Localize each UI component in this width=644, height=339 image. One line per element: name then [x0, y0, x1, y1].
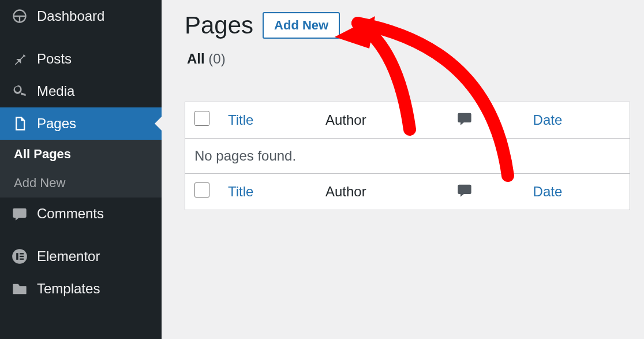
page-header: Pages Add New [185, 12, 630, 39]
filter-links: All (0) [187, 51, 630, 67]
column-author: Author [316, 174, 447, 210]
column-date[interactable]: Date [524, 102, 630, 139]
comment-icon [456, 185, 473, 201]
comment-icon [456, 114, 473, 129]
sidebar-item-pages[interactable]: Pages [0, 107, 162, 140]
table-footer-row: Title Author Date [185, 174, 630, 210]
table-header-row: Title Author Date [185, 102, 630, 139]
comment-icon [12, 206, 28, 222]
column-checkbox [185, 174, 219, 210]
page-title: Pages [185, 12, 253, 39]
empty-message: No pages found. [185, 139, 630, 174]
column-title[interactable]: Title [219, 174, 316, 210]
pages-table: Title Author Date No pages found. Titl [185, 102, 630, 210]
sidebar-item-label: Dashboard [37, 8, 104, 24]
svg-rect-2 [20, 253, 24, 254]
svg-rect-4 [20, 259, 24, 260]
main-content: Pages Add New All (0) Title Author Date [162, 0, 644, 339]
table-empty-row: No pages found. [185, 139, 630, 174]
sidebar-item-label: Posts [37, 51, 72, 67]
admin-sidebar: Dashboard Posts Media Pages All Pages Ad… [0, 0, 162, 339]
media-icon [12, 83, 28, 99]
sidebar-item-label: Comments [37, 206, 104, 222]
svg-rect-3 [20, 256, 24, 257]
submenu-item-add-new[interactable]: Add New [0, 169, 162, 198]
filter-all[interactable]: All (0) [187, 51, 226, 66]
filter-all-count: (0) [208, 51, 225, 66]
sidebar-item-media[interactable]: Media [0, 75, 162, 107]
sidebar-item-dashboard[interactable]: Dashboard [0, 0, 162, 32]
add-new-button[interactable]: Add New [263, 12, 340, 39]
sidebar-item-templates[interactable]: Templates [0, 273, 162, 305]
column-checkbox [185, 102, 219, 139]
column-comments[interactable] [447, 174, 524, 210]
select-all-checkbox-bottom[interactable] [194, 182, 209, 198]
sidebar-item-posts[interactable]: Posts [0, 43, 162, 75]
dashboard-icon [12, 8, 28, 24]
filter-all-label: All [187, 51, 205, 66]
submenu-item-all-pages[interactable]: All Pages [0, 140, 162, 169]
sidebar-item-comments[interactable]: Comments [0, 198, 162, 230]
column-date[interactable]: Date [524, 174, 630, 210]
folder-icon [12, 281, 28, 297]
sidebar-submenu: All Pages Add New [0, 140, 162, 198]
select-all-checkbox-top[interactable] [194, 111, 209, 126]
svg-rect-1 [16, 253, 18, 260]
column-author: Author [316, 102, 447, 139]
column-title[interactable]: Title [219, 102, 316, 139]
sidebar-item-label: Media [37, 83, 74, 99]
sidebar-item-elementor[interactable]: Elementor [0, 240, 162, 273]
sidebar-item-label: Templates [37, 281, 100, 297]
column-comments[interactable] [447, 102, 524, 139]
page-icon [12, 116, 28, 132]
sidebar-item-label: Pages [37, 116, 76, 132]
elementor-icon [12, 248, 28, 265]
sidebar-item-label: Elementor [37, 248, 100, 265]
pin-icon [12, 51, 28, 67]
